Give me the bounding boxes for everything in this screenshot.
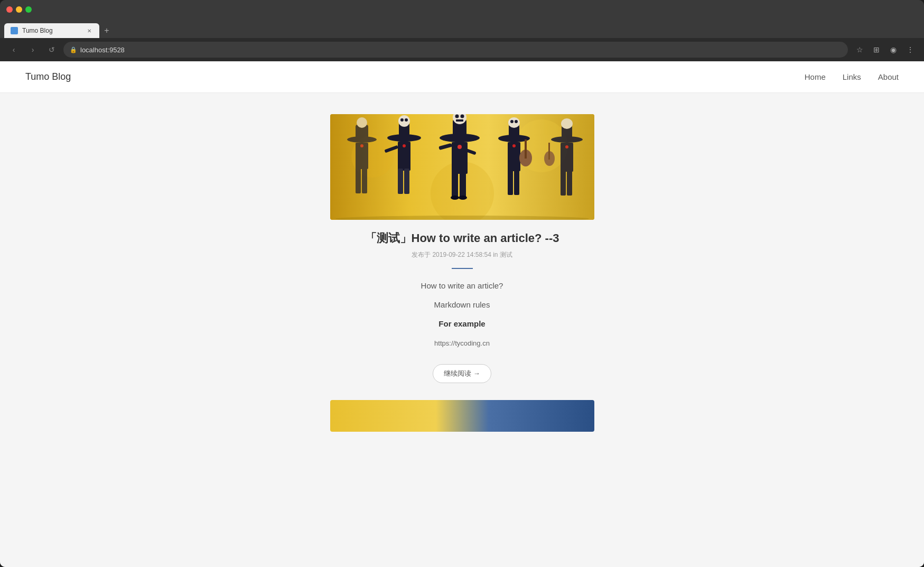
nav-home[interactable]: Home — [805, 72, 826, 81]
svg-rect-27 — [456, 119, 463, 122]
article-body: How to write an article? Markdown rules … — [277, 280, 647, 356]
nav-links[interactable]: Links — [843, 72, 861, 81]
svg-point-46 — [512, 144, 516, 147]
article-card: 「测试」How to write an article? --3 发布于 201… — [277, 114, 647, 383]
article-meta: 发布于 2019-09-22 14:58:54 in 测试 — [412, 250, 512, 259]
site-header: Tumo Blog Home Links About — [0, 61, 924, 93]
svg-rect-52 — [548, 143, 550, 160]
nav-about[interactable]: About — [878, 72, 899, 81]
svg-point-11 — [360, 144, 363, 147]
article-divider — [452, 268, 473, 269]
extension-button[interactable]: ⊞ — [869, 42, 884, 57]
article-body-line3: For example — [438, 319, 485, 328]
svg-rect-32 — [460, 171, 466, 199]
second-article-preview — [277, 400, 647, 432]
tab-bar: Tumo Blog ✕ + — [0, 19, 924, 38]
maximize-traffic-light[interactable] — [25, 6, 32, 13]
svg-point-14 — [398, 115, 410, 127]
tab-favicon — [11, 27, 18, 34]
site-nav: Home Links About — [805, 72, 899, 81]
toolbar-right: ☆ ⊞ ◉ ⋮ — [852, 42, 918, 57]
article-image-svg — [330, 114, 594, 220]
second-article-image-svg — [330, 400, 594, 432]
site-logo[interactable]: Tumo Blog — [25, 71, 805, 82]
article-body-line2: Markdown rules — [277, 299, 647, 311]
svg-point-49 — [561, 118, 573, 129]
url-text: localhost:9528 — [80, 46, 125, 54]
read-more-button[interactable]: 继续阅读 → — [433, 364, 491, 383]
active-tab[interactable]: Tumo Blog ✕ — [4, 23, 99, 38]
svg-point-15 — [400, 118, 404, 122]
minimize-traffic-light[interactable] — [16, 6, 22, 13]
menu-button[interactable]: ⋮ — [903, 42, 918, 57]
svg-point-25 — [455, 115, 459, 118]
svg-rect-9 — [356, 167, 361, 193]
tab-title: Tumo Blog — [22, 27, 81, 34]
svg-rect-44 — [508, 169, 513, 195]
profile-button[interactable]: ◉ — [886, 42, 901, 57]
svg-point-38 — [508, 117, 520, 128]
svg-rect-31 — [452, 171, 458, 199]
svg-point-16 — [405, 118, 408, 122]
svg-point-7 — [357, 117, 367, 128]
article-body-line1: How to write an article? — [277, 280, 647, 292]
svg-rect-43 — [525, 140, 527, 159]
svg-rect-54 — [567, 169, 572, 196]
svg-point-55 — [565, 145, 568, 148]
svg-point-35 — [458, 145, 462, 149]
article-body-link[interactable]: https://tycoding.cn — [434, 339, 490, 347]
title-bar — [0, 0, 924, 19]
back-button[interactable]: ‹ — [6, 42, 21, 57]
svg-rect-53 — [561, 169, 566, 196]
svg-point-39 — [510, 120, 514, 123]
svg-rect-18 — [398, 169, 403, 194]
tab-close-button[interactable]: ✕ — [86, 27, 93, 34]
article-image — [330, 114, 594, 220]
svg-point-34 — [459, 196, 467, 200]
article-title: 「测试」How to write an article? --3 — [365, 230, 559, 246]
svg-point-40 — [515, 120, 518, 123]
second-article-image — [330, 400, 594, 432]
svg-rect-19 — [404, 169, 409, 194]
svg-point-21 — [403, 144, 406, 147]
refresh-button[interactable]: ↺ — [44, 42, 59, 57]
forward-button[interactable]: › — [25, 42, 40, 57]
bookmark-button[interactable]: ☆ — [852, 42, 867, 57]
main-content: 「测试」How to write an article? --3 发布于 201… — [0, 93, 924, 567]
lock-icon: 🔒 — [70, 47, 77, 53]
new-tab-button[interactable]: + — [99, 23, 114, 38]
browser-window: Tumo Blog ✕ + ‹ › ↺ 🔒 localhost:9528 ☆ ⊞… — [0, 0, 924, 567]
svg-rect-10 — [362, 167, 367, 193]
address-bar: ‹ › ↺ 🔒 localhost:9528 ☆ ⊞ ◉ ⋮ — [0, 38, 924, 61]
svg-point-33 — [451, 196, 459, 200]
traffic-lights — [6, 6, 32, 13]
url-bar[interactable]: 🔒 localhost:9528 — [63, 42, 848, 58]
close-traffic-light[interactable] — [6, 6, 13, 13]
web-content: Tumo Blog Home Links About — [0, 61, 924, 567]
svg-point-26 — [460, 115, 464, 118]
svg-rect-45 — [514, 169, 519, 195]
svg-rect-57 — [330, 400, 594, 432]
